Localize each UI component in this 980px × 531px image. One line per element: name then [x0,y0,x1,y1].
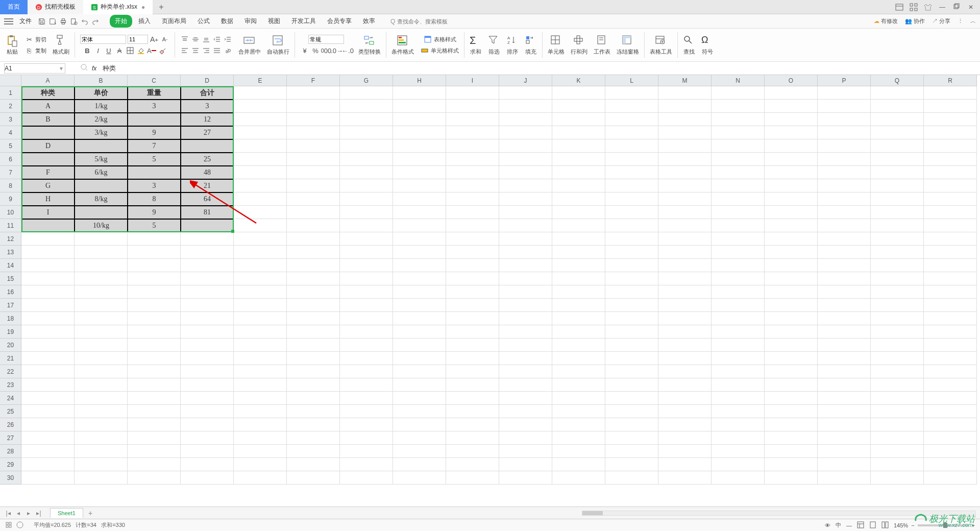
cell-D13[interactable] [181,246,234,259]
col-header-I[interactable]: I [446,75,499,86]
cell-R8[interactable] [924,179,977,192]
cell-A12[interactable] [21,232,75,246]
cell-I13[interactable] [446,246,499,259]
cell-B1[interactable]: 单价 [75,86,128,100]
cell-K30[interactable] [552,471,605,485]
cell-L29[interactable] [605,458,658,471]
cell-H13[interactable] [393,246,446,259]
cell-O5[interactable] [765,139,818,153]
cell-A20[interactable] [21,339,75,352]
font-color-icon[interactable]: A [147,46,156,55]
cell-K5[interactable] [552,139,605,153]
cell-O2[interactable] [765,100,818,113]
cell-M1[interactable] [658,86,712,100]
cell-style-icon[interactable] [420,46,429,55]
cell-L13[interactable] [605,246,658,259]
cell-N14[interactable] [712,259,765,272]
cell-E27[interactable] [234,431,287,445]
cell-H2[interactable] [393,100,446,113]
cell-O21[interactable] [765,352,818,365]
cell-E11[interactable] [234,219,287,232]
cell-N12[interactable] [712,232,765,246]
cell-K29[interactable] [552,458,605,471]
cell-H4[interactable] [393,126,446,139]
cell-G8[interactable] [340,179,393,192]
sheet-tab-1[interactable]: Sheet1 [50,508,83,518]
cell-G21[interactable] [340,352,393,365]
cell-E14[interactable] [234,259,287,272]
cell-C6[interactable]: 5 [128,153,181,166]
grid[interactable]: ABCDEFGHIJKLMNOPQR1种类单价重量合计2A1/kg333B2/k… [0,75,980,485]
cell-B8[interactable] [75,179,128,192]
cell-B4[interactable]: 3/kg [75,126,128,139]
cell-O27[interactable] [765,431,818,445]
cell-M14[interactable] [658,259,712,272]
status-settings-icon[interactable] [5,521,12,529]
cell-G10[interactable] [340,206,393,219]
status-ime-icon[interactable] [16,521,23,529]
row-header-28[interactable]: 28 [0,445,21,458]
cell-M13[interactable] [658,246,712,259]
cell-M28[interactable] [658,445,712,458]
cell-C16[interactable] [128,285,181,299]
cell-B2[interactable]: 1/kg [75,100,128,113]
cell-E13[interactable] [234,246,287,259]
cell-L28[interactable] [605,445,658,458]
cell-D5[interactable] [181,139,234,153]
col-header-M[interactable]: M [658,75,712,86]
cell-E9[interactable] [234,192,287,206]
cell-L18[interactable] [605,312,658,325]
cell-R3[interactable] [924,113,977,126]
cell-I21[interactable] [446,352,499,365]
cell-H9[interactable] [393,192,446,206]
cell-P12[interactable] [818,232,871,246]
hamburger-icon[interactable] [4,18,13,25]
cut-icon[interactable]: ✂ [24,35,34,44]
cell-G13[interactable] [340,246,393,259]
cell-F17[interactable] [287,299,340,312]
row-header-27[interactable]: 27 [0,431,21,445]
cell-K12[interactable] [552,232,605,246]
zoom-out-button[interactable]: − [911,522,914,528]
cell-F7[interactable] [287,166,340,179]
cell-C29[interactable] [128,458,181,471]
cell-N28[interactable] [712,445,765,458]
cell-Q24[interactable] [871,392,924,405]
cell-F19[interactable] [287,325,340,339]
cell-J15[interactable] [499,272,552,285]
cell-N29[interactable] [712,458,765,471]
cell-B16[interactable] [75,285,128,299]
cell-L20[interactable] [605,339,658,352]
col-header-G[interactable]: G [340,75,393,86]
ribbon-tab-efficiency[interactable]: 效率 [358,15,380,28]
cell-F30[interactable] [287,471,340,485]
cell-M2[interactable] [658,100,712,113]
cell-D4[interactable]: 27 [181,126,234,139]
cell-J10[interactable] [499,206,552,219]
cell-D16[interactable] [181,285,234,299]
cell-D24[interactable] [181,392,234,405]
cell-D18[interactable] [181,312,234,325]
row-header-18[interactable]: 18 [0,312,21,325]
cell-D15[interactable] [181,272,234,285]
cell-R18[interactable] [924,312,977,325]
cell-Q23[interactable] [871,378,924,392]
cell-K15[interactable] [552,272,605,285]
cell-M30[interactable] [658,471,712,485]
orientation-icon[interactable]: ab [223,46,232,55]
cell-K27[interactable] [552,431,605,445]
cell-Q8[interactable] [871,179,924,192]
cell-P1[interactable] [818,86,871,100]
cell-K8[interactable] [552,179,605,192]
cell-F28[interactable] [287,445,340,458]
cell-R28[interactable] [924,445,977,458]
cell-H14[interactable] [393,259,446,272]
cell-I24[interactable] [446,392,499,405]
paste-group[interactable]: 粘贴 [3,30,21,60]
table-style-icon[interactable] [423,35,432,44]
align-bottom-icon[interactable] [202,35,211,44]
cell-G25[interactable] [340,405,393,418]
cell-K17[interactable] [552,299,605,312]
cell-C28[interactable] [128,445,181,458]
cell-R22[interactable] [924,365,977,378]
